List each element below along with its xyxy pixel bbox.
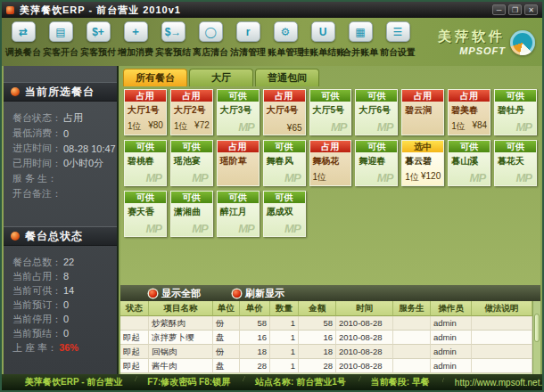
field-value: 8 [63,271,69,282]
order-cell-amount: 16 [299,331,336,345]
toolbar-button[interactable]: ▦ 合并账单 [342,18,379,59]
table-status-badge: 可供 [495,141,536,152]
table-tile[interactable]: 可供 愿成双 MP [263,191,306,237]
table-tile[interactable]: 可供 赛天香 MP [124,191,167,237]
table-name: 暮山溪 [451,155,487,167]
order-cell-time: 2010-08-28 [336,316,393,331]
table-tile[interactable]: 占用 大厅2号 1位 ¥72 [170,89,213,135]
toolbar-button[interactable]: ▤ 宾客开台 [42,18,79,59]
table-status-badge: 可供 [495,90,536,102]
toolbar-button[interactable]: $→ 宾客预结 [154,18,192,59]
toolbar-button[interactable]: U 挂账单结账 [304,18,342,59]
action-label: 刷新显示 [245,287,284,300]
table-tile[interactable]: 可供 碧牡丹 MP [494,89,537,135]
table-tile[interactable]: 占用 大厅1号 1位 ¥80 [124,89,167,135]
red-dot-icon [233,290,241,298]
swap-tables-icon: ⇄ [12,21,36,42]
sidebar-field: 已用时间：0小时0分 [12,156,117,171]
mp-watermark: MP [238,120,254,134]
toolbar-button[interactable]: ◯ 离店清台 [192,18,229,59]
table-tile[interactable]: 占用 碧云涧 [401,89,444,135]
table-tile[interactable]: 可供 醉江月 MP [217,191,260,237]
field-label: 上 座 率： [12,341,57,355]
sidebar-field: 餐台状态：占用 [12,110,117,126]
toolbar-button[interactable]: ⇄ 调换餐台 [4,18,42,59]
table-amount: ¥80 [148,120,163,133]
app-window: 美萍餐饮ERP - 前台营业 2010v1 ─ ❐ ✕ ⇄ 调换餐台 ▤ 宾客开… [0,0,544,392]
table-amount: ¥65 [287,123,302,133]
order-cell-price: 18 [240,345,270,359]
toolbar-button[interactable]: ☰ 前台设置 [379,18,416,59]
table-tile[interactable]: 可供 舞迎春 MP [355,140,398,186]
table-tile[interactable]: 可供 大厅6号 MP [355,89,398,135]
table-status-badge: 可供 [171,141,212,152]
scrollbar-thumb[interactable] [534,314,540,342]
order-cell-amount: 28 [299,359,336,373]
order-column-header: 做法说明 [472,301,532,316]
window-title: 美萍餐饮ERP - 前台营业 2010v1 [20,4,181,17]
table-tile[interactable]: 可供 暮山溪 MP [448,140,490,186]
close-button[interactable]: ✕ [524,4,538,15]
mp-watermark: MP [192,222,208,235]
toolbar-button-label: 合并账单 [342,46,378,59]
order-cell-status: 即起 [120,359,149,373]
order-table-row[interactable]: 即起凉拌萝卜缨盘161162010-08-28admin [120,331,532,345]
order-cell-waiter [393,345,431,359]
table-status-badge: 可供 [218,192,259,203]
table-name: 大厅3号 [220,104,256,117]
table-tile[interactable]: 占用 大厅4号 ¥65 [263,89,306,135]
bullet-icon [11,232,20,241]
mp-watermark: MP [145,171,161,184]
toolbar-button[interactable]: $+ 宾客预付 [79,18,117,59]
minimize-button[interactable]: ─ [492,4,506,15]
field-label: 当前占用： [12,270,62,283]
order-items-area: 状态项目名称单位单价数量金额时间服务生操作员做法说明 炒紫酥肉份58158201… [120,301,540,374]
tab-2[interactable]: 普通包间 [255,69,319,86]
table-tile[interactable]: 可供 大厅5号 MP [309,89,352,135]
toolbar-button[interactable]: r 沽清管理 [229,18,267,59]
order-cell-qty: 1 [270,345,299,359]
table-tile[interactable]: 可供 大厅3号 MP [217,89,260,135]
toolbar-button-label: 挂账单结账 [301,46,345,59]
table-tile[interactable]: 可供 瑶池宴 MP [170,140,213,186]
tab-1[interactable]: 大厅 [189,69,253,86]
field-label: 已用时间： [12,157,62,170]
tab-0[interactable]: 所有餐台 [123,69,187,86]
checkout-clear-icon: ◯ [199,21,223,42]
order-cell-name: 炒紫酥肉 [149,316,213,331]
order-cell-status [120,316,149,331]
display-action-button[interactable]: 刷新显示 [233,287,284,300]
sidebar-field: 当前预订：0 [12,298,117,312]
table-tile[interactable]: 可供 潇湘曲 MP [170,191,213,237]
table-persons: 1位 [405,171,419,184]
prepay-icon: $+ [87,21,111,42]
table-persons: 1位 [313,171,327,184]
brand-name: 美萍软件 [438,29,506,45]
field-label: 开台备注： [12,187,62,200]
order-column-header: 单价 [240,301,270,316]
toolbar-button[interactable]: ＋ 增加消费 [117,18,154,59]
sidebar-section-header: 当前所选餐台 [4,82,117,102]
mp-watermark: MP [377,171,393,184]
order-table-row[interactable]: 炒紫酥肉份581582010-08-28admin [120,316,532,331]
field-label: 餐台状态： [12,111,62,125]
restore-button[interactable]: ❐ [508,4,522,15]
toolbar-button[interactable]: ⚙ 账单管理 [267,18,304,59]
order-table-row[interactable]: 即起酱牛肉盘281282010-08-28admin [120,359,532,373]
field-value: 占用 [63,111,83,125]
table-tile[interactable]: 可供 舞春风 MP [263,140,306,186]
table-status-badge: 占用 [171,90,212,102]
table-status-badge: 占用 [264,90,305,102]
table-tile[interactable]: 占用 碧美春 1位 ¥84 [448,89,490,135]
table-tile[interactable]: 占用 舞杨花 1位 [309,140,352,186]
table-tile[interactable]: 可供 暮花天 MP [494,140,537,186]
toolbar-button-label: 增加消费 [118,46,153,59]
table-tile[interactable]: 占用 瑶阶草 [217,140,260,186]
table-tile[interactable]: 选中 暮云碧 1位 ¥120 [401,140,444,186]
display-action-button[interactable]: 显示全部 [149,287,201,300]
table-name: 大厅4号 [267,104,302,117]
order-table-scrollbar[interactable] [532,301,540,374]
order-table-row[interactable]: 即起回锅肉份181182010-08-28admin [120,345,532,359]
toolbar-button-label: 离店清台 [193,46,228,59]
table-tile[interactable]: 可供 碧桃春 MP [124,140,167,186]
